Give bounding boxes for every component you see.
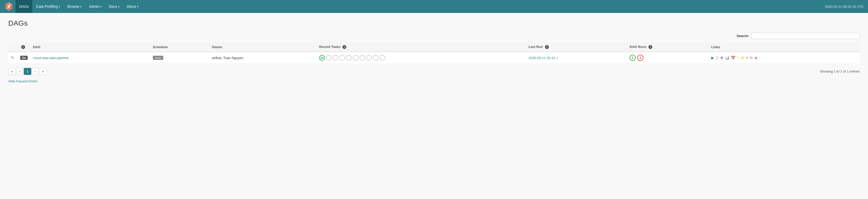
landing-times-icon[interactable]: ↑ [737,56,739,60]
table-row: ✎ On cloud-data-lake-pipeline once airfl… [8,52,860,64]
chevron-down-icon: ▾ [118,5,120,8]
task-circle-4 [346,55,352,61]
task-circle-5 [353,55,359,61]
nav-about[interactable]: About ▾ [123,0,142,13]
task-circle-3 [339,55,345,61]
last-run-info-icon-cell: i [557,56,558,60]
last-run-link[interactable]: 2020-03-11 02:10 [528,56,555,60]
task-circle-green[interactable]: 20 [319,55,325,61]
task-circles-container: 20 [319,55,524,61]
page-title: DAGs [8,19,860,27]
task-circle-6 [360,55,365,61]
trigger-dag-icon[interactable]: ▶ [711,56,714,60]
showing-entries-text: Showing 1 to 1 of 1 entries [820,69,860,73]
cell-dag-runs: 1 1 [627,52,709,64]
cell-last-run: 2020-03-11 02:10 i [526,52,627,64]
page-last-button[interactable]: » [39,68,46,75]
dags-table: i DAG Schedule Owner Recent Tasks i Last… [8,42,860,64]
chevron-down-icon: ▾ [81,5,82,8]
col-dag-runs: DAG Runs i [627,42,709,52]
col-info: i [18,42,30,52]
pagination-row: « ‹ 1 › » Showing 1 to 1 of 1 entries [8,68,860,75]
table-header-row: i DAG Schedule Owner Recent Tasks i Last… [8,42,860,52]
cell-links: ▶ ⬡ ✤ 📊 📅 ↑ ⚡ ≡ ↻ ⊗ [709,52,860,64]
cell-toggle: On [18,52,30,64]
brand-logo[interactable] [4,2,13,11]
nav-admin[interactable]: Admin ▾ [85,0,105,13]
graph-view-icon[interactable]: ✤ [720,56,723,60]
last-run-info-icon: i [545,45,549,49]
cell-schedule: once [150,52,209,64]
dag-run-green[interactable]: 1 [629,55,636,61]
tree-view-icon[interactable]: ⬡ [716,56,719,60]
cell-recent-tasks: 20 [317,52,526,64]
search-bar: Search: [8,33,860,39]
action-icons-container: ▶ ⬡ ✤ 📊 📅 ↑ ⚡ ≡ ↻ ⊗ [711,56,857,60]
cell-owner: airflow, Tuan Nguyen [209,52,317,64]
edit-dag-icon[interactable]: ✎ [11,55,14,60]
dag-run-red[interactable]: 1 [637,55,644,61]
dag-name-link[interactable]: cloud-data-lake-pipeline [33,56,68,60]
chevron-down-icon: ▾ [100,5,102,8]
gantt-icon[interactable]: 📅 [731,56,735,60]
navbar-timestamp: 2020-03-11 08:42:15 UTC [825,5,864,8]
hide-paused-section: Hide Paused DAGs [8,79,860,83]
dag-runs-info-icon: i [648,45,652,49]
dag-runs-container: 1 1 [629,55,706,61]
col-owner: Owner [209,42,317,52]
nav-data-profiling[interactable]: Data Profiling ▾ [32,0,64,13]
col-recent-tasks: Recent Tasks i [317,42,526,52]
page-content: DAGs Search: i DAG Schedule Owner Recent… [0,13,868,89]
search-input[interactable] [751,33,860,39]
page-first-button[interactable]: « [8,68,16,75]
task-circle-8 [373,55,379,61]
airflow-logo-icon [4,2,13,11]
col-dag: DAG [30,42,150,52]
cell-edit: ✎ [8,52,18,64]
chevron-down-icon: ▾ [59,5,60,8]
pagination: « ‹ 1 › » [8,68,46,75]
info-icon: i [21,45,25,49]
task-circle-2 [333,55,338,61]
tries-icon[interactable]: ⚡ [740,56,745,60]
schedule-badge: once [153,56,163,60]
nav-dags[interactable]: DAGs [16,0,32,13]
page-next-button[interactable]: › [32,68,38,75]
task-circle-7 [366,55,372,61]
task-circle-1 [326,55,332,61]
delete-dag-icon[interactable]: ⊗ [754,56,757,60]
task-circle-9 [380,55,385,61]
recent-tasks-info-icon: i [342,45,346,49]
nav-browse[interactable]: Browse ▾ [64,0,85,13]
col-edit [8,42,18,52]
search-label: Search: [737,34,749,38]
col-links: Links [709,42,860,52]
page-prev-button[interactable]: ‹ [16,68,23,75]
cell-dag-name: cloud-data-lake-pipeline [30,52,150,64]
code-icon[interactable]: ≡ [746,56,748,60]
navbar: DAGs Data Profiling ▾ Browse ▾ Admin ▾ D… [0,0,868,13]
dag-toggle-on[interactable]: On [20,56,28,60]
refresh-icon[interactable]: ↻ [750,56,753,60]
svg-point-5 [7,5,10,8]
page-1-button[interactable]: 1 [24,68,31,75]
col-last-run: Last Run i [526,42,627,52]
duration-icon[interactable]: 📊 [725,56,730,60]
nav-docs[interactable]: Docs ▾ [105,0,123,13]
col-schedule: Schedule [150,42,209,52]
hide-paused-link[interactable]: Hide Paused DAGs [8,79,37,83]
chevron-down-icon: ▾ [137,5,138,8]
